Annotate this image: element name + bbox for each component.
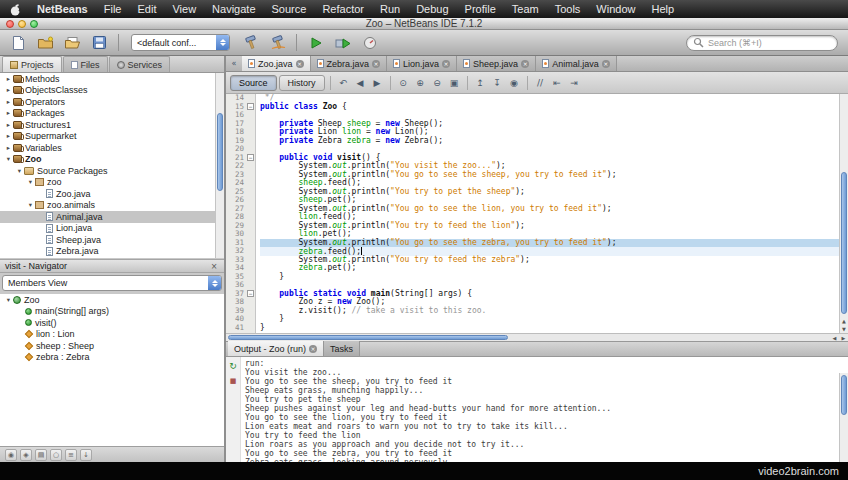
menu-tools[interactable]: Tools — [547, 3, 589, 15]
tree-item-visit[interactable]: visit() — [0, 317, 224, 329]
run-button[interactable] — [303, 32, 328, 54]
tree-item-zoo-animals[interactable]: ▾zoo.animals — [0, 200, 224, 212]
output-text[interactable]: run:You visit the zoo...You go to see th… — [241, 359, 839, 462]
save-all-button[interactable] — [87, 32, 112, 54]
tree-item-supermarket[interactable]: ▸Supermarket — [0, 131, 224, 143]
tree-item-zoo[interactable]: ▾Zoo — [0, 154, 224, 166]
rerun-button[interactable]: ↻ — [228, 360, 239, 371]
editor-tab-lion-java[interactable]: Lion.java× — [387, 56, 457, 71]
debug-button[interactable] — [330, 32, 355, 54]
tree-item-zoo-java[interactable]: Zoo.java — [0, 188, 224, 200]
disclosure-triangle[interactable]: ▸ — [4, 132, 13, 140]
menu-source[interactable]: Source — [264, 3, 315, 15]
tree-item-objectsclasses[interactable]: ▸ObjectsClasses — [0, 85, 224, 97]
find-selection-button[interactable]: ⊙ — [396, 75, 411, 91]
code-line[interactable]: */ — [260, 94, 848, 103]
members-view-combobox[interactable]: Members View — [2, 275, 222, 291]
scroll-right-icon[interactable]: ▶ — [839, 334, 848, 341]
config-combobox[interactable]: <default conf... — [131, 34, 230, 51]
code-line[interactable]: private Zebra zebra = new Zebra(); — [260, 137, 848, 146]
stop-button[interactable]: ■ — [228, 375, 239, 386]
menu-file[interactable]: File — [96, 3, 130, 15]
disclosure-triangle[interactable]: ▾ — [4, 296, 13, 304]
tree-item-sheep-sheep[interactable]: sheep : Sheep — [0, 340, 224, 352]
comment-button[interactable]: // — [533, 75, 548, 91]
tab-scroll-left-button[interactable]: « — [226, 56, 242, 71]
show-fields-button[interactable]: ◈ — [20, 449, 32, 461]
disclosure-triangle[interactable]: ▾ — [26, 178, 35, 186]
disclosure-triangle[interactable]: ▸ — [4, 109, 13, 117]
build-button[interactable] — [238, 32, 263, 54]
close-tab-icon[interactable]: × — [296, 60, 304, 68]
disclosure-triangle[interactable]: ▸ — [4, 86, 13, 94]
tree-item-zebra-java[interactable]: Zebra.java — [0, 246, 224, 258]
sort-alpha-button[interactable]: ≡ — [65, 449, 77, 461]
profile-button[interactable] — [357, 32, 382, 54]
tree-item-lion-lion[interactable]: lion : Lion — [0, 329, 224, 341]
close-navigator-icon[interactable]: × — [209, 262, 219, 271]
menu-window[interactable]: Window — [588, 3, 643, 15]
scrollbar-thumb[interactable] — [841, 172, 847, 314]
close-tab-icon[interactable]: × — [372, 60, 380, 68]
shift-left-button[interactable]: ⇤ — [550, 75, 565, 91]
editor-tab-animal-java[interactable]: Animal.java× — [536, 56, 617, 71]
code-line[interactable]: } — [260, 315, 848, 324]
tree-item-zoo[interactable]: ▾Zoo — [0, 294, 224, 306]
code-line[interactable]: } — [260, 324, 848, 333]
next-bookmark-button[interactable]: ↧ — [490, 75, 505, 91]
tree-item-operators[interactable]: ▸Operators — [0, 96, 224, 108]
menu-navigate[interactable]: Navigate — [204, 3, 263, 15]
output-tab-output-zoo-run[interactable]: Output - Zoo (run)× — [228, 341, 324, 356]
tree-item-packages[interactable]: ▸Packages — [0, 108, 224, 120]
tree-item-zebra-zebra[interactable]: zebra : Zebra — [0, 352, 224, 364]
close-window-button[interactable] — [6, 20, 14, 28]
tree-item-source-packages[interactable]: ▾Source Packages — [0, 165, 224, 177]
tab-files[interactable]: Files — [63, 56, 108, 72]
previous-bookmark-button[interactable]: ↥ — [473, 75, 488, 91]
editor-tab-sheep-java[interactable]: Sheep.java× — [457, 56, 536, 71]
code-fold-icon[interactable]: − — [247, 290, 254, 297]
code-line[interactable]: zebra.pet(); — [260, 264, 848, 273]
back-button[interactable]: ◀ — [353, 75, 368, 91]
forward-button[interactable]: ▶ — [370, 75, 385, 91]
find-next-button[interactable]: ⊕ — [413, 75, 428, 91]
titlebar[interactable]: Zoo – NetBeans IDE 7.1.2 — [0, 18, 848, 30]
menu-refactor[interactable]: Refactor — [314, 3, 372, 15]
scrollbar-thumb[interactable] — [841, 375, 847, 415]
editor-vertical-scrollbar[interactable]: ▲ ▼ — [839, 94, 848, 333]
disclosure-triangle[interactable]: ▸ — [4, 144, 13, 152]
toggle-highlight-button[interactable]: ▣ — [447, 75, 462, 91]
disclosure-triangle[interactable]: ▸ — [4, 121, 13, 129]
shift-right-button[interactable]: ⇥ — [567, 75, 582, 91]
new-file-button[interactable] — [6, 32, 31, 54]
open-project-button[interactable] — [60, 32, 85, 54]
tree-item-main-string-args[interactable]: main(String[] args) — [0, 306, 224, 318]
scroll-left-icon[interactable]: ◀ — [830, 334, 839, 341]
close-tab-icon[interactable]: × — [442, 60, 450, 68]
show-non-public-button[interactable]: ○ — [50, 449, 62, 461]
menu-help[interactable]: Help — [643, 3, 682, 15]
scroll-up-icon[interactable]: ▲ — [840, 317, 848, 325]
tab-services[interactable]: Services — [109, 56, 171, 72]
apple-menu[interactable] — [10, 3, 21, 16]
close-tab-icon[interactable]: × — [521, 60, 529, 68]
scroll-down-icon[interactable]: ▼ — [840, 325, 848, 333]
menu-team[interactable]: Team — [504, 3, 547, 15]
output-scrollbar[interactable] — [839, 373, 848, 462]
quick-search-input[interactable]: Search (⌘+I) — [686, 35, 838, 51]
menu-profile[interactable]: Profile — [457, 3, 504, 15]
tree-item-lion-java[interactable]: Lion.java — [0, 223, 224, 235]
disclosure-triangle[interactable]: ▸ — [4, 98, 13, 106]
tab-projects[interactable]: Projects — [2, 56, 62, 72]
output-tab-tasks[interactable]: Tasks — [324, 341, 360, 356]
sort-by-source-button[interactable]: ↓ — [80, 449, 92, 461]
disclosure-triangle[interactable]: ▸ — [4, 75, 13, 83]
new-project-button[interactable] — [33, 32, 58, 54]
last-edit-button[interactable]: ↶ — [336, 75, 351, 91]
navigator-header[interactable]: visit - Navigator × — [0, 259, 224, 273]
editor-tab-zoo-java[interactable]: Zoo.java× — [242, 56, 311, 71]
menu-view[interactable]: View — [164, 3, 204, 15]
code-fold-icon[interactable]: − — [247, 103, 254, 110]
code-fold-icon[interactable]: − — [247, 154, 254, 161]
tree-item-sheep-java[interactable]: Sheep.java — [0, 234, 224, 246]
